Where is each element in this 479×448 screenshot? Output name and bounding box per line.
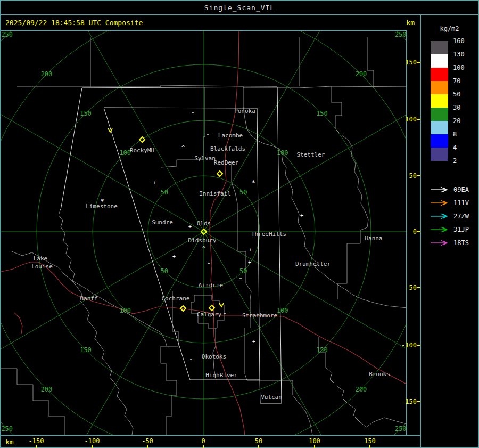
legend-units-label: kg/m2 xyxy=(421,25,478,32)
ring-distance-label: 150 xyxy=(80,346,92,354)
boundary-line xyxy=(331,86,368,299)
bottom-axis-tick xyxy=(369,445,370,448)
scan-outline xyxy=(61,87,282,403)
station-arrow-icon xyxy=(430,213,450,219)
city-label: RedDeer xyxy=(214,159,239,166)
station-row: 18TS xyxy=(430,239,469,247)
legend-panel: kg/m2 16013010070503020842 09EA111V27ZW3… xyxy=(420,14,479,448)
ring-distance-label: 150 xyxy=(316,346,328,354)
legend-swatch xyxy=(431,134,448,148)
city-label: Sylvan xyxy=(194,155,216,162)
right-axis: 150100500-50-100-150 xyxy=(407,30,420,436)
station-row: 09EA xyxy=(430,186,469,193)
city-label: Calgary xyxy=(197,311,222,318)
ring-distance-label: 250 xyxy=(1,31,13,38)
boundary-line xyxy=(243,87,279,149)
ring-distance-label: 50 xyxy=(161,189,168,196)
city-label: Olds xyxy=(197,220,211,227)
bottom-axis-label: -150 xyxy=(29,437,44,445)
ring-distance-label: 250 xyxy=(395,425,406,433)
city-label: HighRiver xyxy=(205,372,237,379)
bottom-axis-label: 0 xyxy=(201,437,205,445)
boundary-line xyxy=(59,209,133,435)
color-scale: 16013010070503020842 xyxy=(421,41,478,169)
legend-swatch xyxy=(431,121,448,134)
bottom-axis-tick xyxy=(92,445,93,448)
boundary-line xyxy=(326,368,406,427)
city-label: Sundre xyxy=(152,219,173,226)
city-caret-marker: ^ xyxy=(207,262,210,268)
station-id: 18TS xyxy=(453,239,469,247)
bottom-axis-tick xyxy=(314,445,315,448)
boundary-line xyxy=(17,37,90,87)
city-caret-marker: ^ xyxy=(189,358,193,364)
bottom-axis-label: -50 xyxy=(142,437,153,445)
station-id: 09EA xyxy=(453,186,469,193)
km-unit-label: km xyxy=(406,19,415,27)
city-label: Banff xyxy=(80,295,97,302)
legend-swatch xyxy=(431,81,448,94)
right-axis-label: 50 xyxy=(409,172,417,180)
ring-distance-label: 150 xyxy=(316,110,328,117)
boundary-line xyxy=(232,161,251,328)
station-arrow-icon xyxy=(430,226,450,233)
right-axis-label: -150 xyxy=(401,398,417,405)
city-cross-marker: + xyxy=(153,180,156,186)
city-label: RockyMH xyxy=(130,147,154,154)
storm-vector-marker xyxy=(108,128,112,132)
city-caret-marker: ^ xyxy=(206,133,209,139)
city-label: Blackfalds xyxy=(210,145,245,152)
ring-distance-label: 150 xyxy=(80,110,92,117)
road-line xyxy=(14,313,22,334)
ring-distance-label: 200 xyxy=(41,386,53,393)
ring-distance-label: 250 xyxy=(395,31,406,38)
station-arrow-icon xyxy=(430,200,450,206)
city-label: Okotoks xyxy=(202,353,226,360)
ring-distance-label: 250 xyxy=(1,425,13,433)
city-label: Airdrie xyxy=(199,282,223,289)
boundary-line xyxy=(367,37,374,86)
right-axis-label: 0 xyxy=(413,228,417,235)
ring-distance-label: 50 xyxy=(240,189,247,196)
legend-value: 130 xyxy=(453,51,465,58)
legend-swatch xyxy=(431,54,448,68)
city-label: ThreeHills xyxy=(251,231,286,238)
bottom-axis-unit: km xyxy=(5,438,14,446)
bottom-axis-tick xyxy=(147,445,148,448)
ring-distance-label: 100 xyxy=(119,307,131,314)
city-cross-marker: + xyxy=(172,254,176,259)
city-label: Limestone xyxy=(86,203,118,210)
info-bar: 2025/09/22 18:45:58 UTC Composite km xyxy=(0,14,421,31)
city-label: Cochrane xyxy=(162,295,190,302)
city-label: Brooks xyxy=(369,371,390,378)
city-label: Louise xyxy=(31,263,53,270)
legend-swatch xyxy=(431,108,448,121)
station-row: 111V xyxy=(430,199,469,207)
city-label: Didsbury xyxy=(188,237,217,244)
legend-value: 30 xyxy=(453,104,460,111)
city-cross-marker: + xyxy=(252,339,255,345)
radar-map[interactable]: 5050505010010010010015015015015020020020… xyxy=(0,30,407,436)
bottom-axis-label: -100 xyxy=(85,437,100,445)
legend-swatch xyxy=(431,41,448,54)
bottom-axis: km -150-100-50050100150 xyxy=(0,435,421,448)
city-label: Stettler xyxy=(297,151,325,158)
radar-app-window: Single_Scan_VIL 2025/09/22 18:45:58 UTC … xyxy=(0,0,479,448)
city-caret-marker: ^ xyxy=(202,246,205,251)
legend-swatch xyxy=(431,148,448,161)
ring-distance-label: 200 xyxy=(356,70,367,78)
window-title: Single_Scan_VIL xyxy=(204,4,275,12)
bottom-axis-label: 100 xyxy=(309,437,320,445)
city-label: Vulcan xyxy=(261,394,282,401)
station-arrow-icon xyxy=(430,186,450,193)
radar-map-canvas[interactable]: 5050505010010010010015015015015020020020… xyxy=(1,31,406,435)
legend-value: 50 xyxy=(453,91,460,98)
city-cross-marker: + xyxy=(300,213,303,218)
station-row: 31JP xyxy=(430,226,469,233)
legend-value: 100 xyxy=(453,64,465,71)
ring-distance-label: 200 xyxy=(41,70,53,78)
city-asterisk-marker: * xyxy=(251,179,255,186)
legend-value: 20 xyxy=(453,117,460,125)
legend-value: 2 xyxy=(453,157,457,165)
bottom-axis-tick xyxy=(258,445,259,448)
